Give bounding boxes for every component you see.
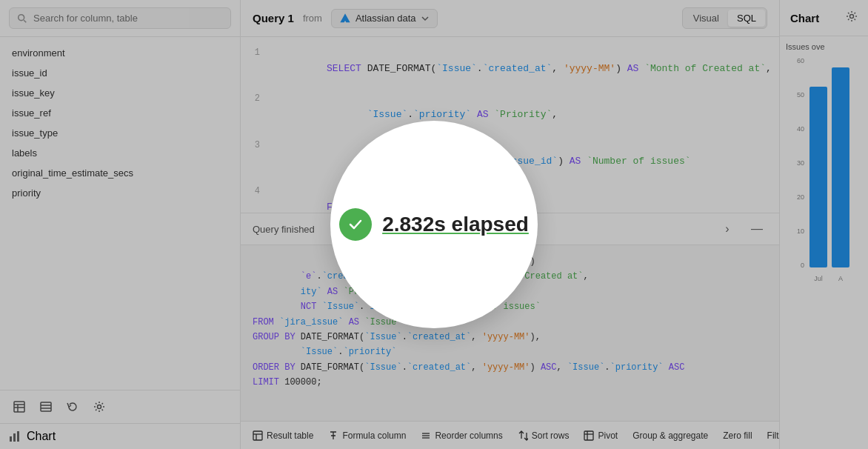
success-icon [339, 208, 372, 241]
checkmark-icon [347, 216, 364, 233]
app-container: environmentissue_idissue_keyissue_refiss… [0, 0, 868, 449]
elapsed-text: 2.832s elapsed [382, 213, 529, 236]
overlay[interactable]: 2.832s elapsed [0, 0, 868, 449]
elapsed-toast: 2.832s elapsed [330, 121, 538, 328]
